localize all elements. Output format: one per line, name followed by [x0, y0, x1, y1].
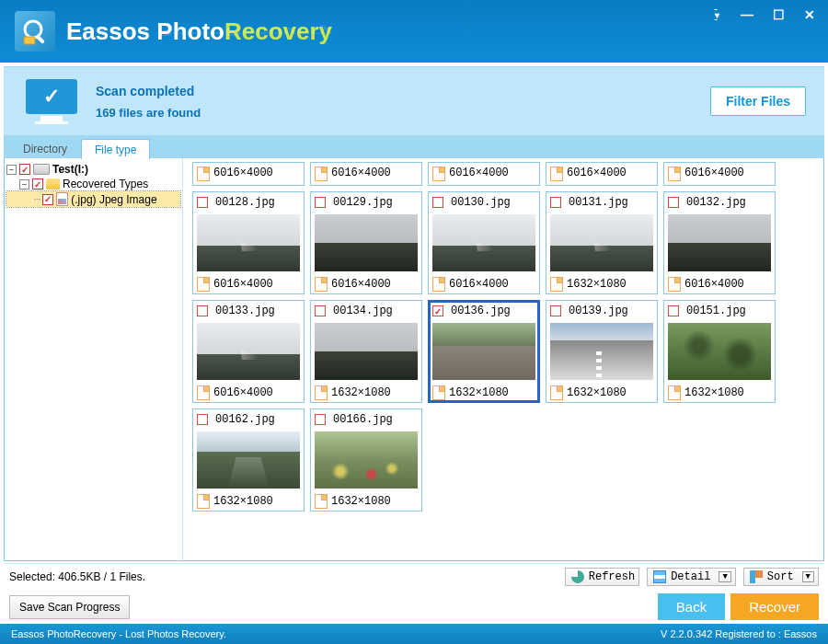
- thumbnail-checkbox[interactable]: [315, 197, 326, 208]
- maximize-icon[interactable]: ☐: [771, 7, 786, 22]
- thumbnail-card[interactable]: 00129.jpg6016×4000: [310, 191, 422, 294]
- thumbnail-dimensions: 1632×1080: [449, 386, 509, 399]
- recover-button[interactable]: Recover: [730, 593, 819, 620]
- window-controls: ▾ — ☐ ✕: [708, 7, 817, 22]
- footer-bar: Eassos PhotoRecovery - Lost Photos Recov…: [0, 624, 828, 644]
- thumbnail-checkbox[interactable]: [668, 305, 679, 316]
- file-icon: [550, 385, 563, 400]
- thumbnails-scroll[interactable]: 6016×40006016×40006016×40006016×40006016…: [183, 158, 823, 560]
- thumbnail-filename: 00139.jpg: [569, 305, 628, 317]
- thumbnail-checkbox[interactable]: [550, 197, 561, 208]
- thumbnail-card[interactable]: 00128.jpg6016×4000: [192, 191, 305, 294]
- thumbnail-checkbox[interactable]: [315, 305, 326, 316]
- filter-files-button[interactable]: Filter Files: [710, 86, 806, 116]
- footer-right: V 2.2.0.342 Registered to : Eassos: [661, 628, 817, 639]
- tree-node-folder[interactable]: − Recovered Types: [6, 177, 180, 191]
- sort-dropdown[interactable]: Sort ▼: [743, 568, 819, 586]
- status-subtitle: 169 files are found: [96, 106, 710, 120]
- thumbnail-card-partial[interactable]: 6016×4000: [546, 162, 658, 186]
- thumbnail-dimensions: 1632×1080: [567, 278, 627, 291]
- thumbnail-dimensions: 6016×4000: [684, 167, 744, 179]
- monitor-check-icon: ✓: [26, 79, 77, 123]
- thumbnail-checkbox[interactable]: [668, 197, 679, 208]
- file-icon: [315, 385, 328, 400]
- close-icon[interactable]: ✕: [802, 7, 817, 22]
- thumbnail-card[interactable]: 00134.jpg1632×1080: [310, 300, 422, 403]
- svg-rect-2: [24, 37, 35, 44]
- thumbnail-preview: [197, 431, 300, 489]
- thumbnail-card[interactable]: 00132.jpg6016×4000: [663, 191, 776, 294]
- thumbnail-dimensions: 6016×4000: [213, 386, 273, 399]
- thumbnail-filename: 00162.jpg: [215, 413, 275, 426]
- minimize-icon[interactable]: —: [740, 7, 754, 22]
- tree-sidebar: − Test(I:) − Recovered Types ┄ (.jpg) Jp…: [5, 158, 183, 560]
- tab-file-type[interactable]: File type: [81, 139, 150, 159]
- folder-icon: [46, 178, 60, 190]
- thumbnail-checkbox[interactable]: [197, 414, 208, 425]
- tree-collapse-icon[interactable]: −: [19, 179, 29, 190]
- file-icon: [197, 167, 210, 181]
- thumbnail-card-partial[interactable]: 6016×4000: [428, 162, 540, 186]
- thumbnail-grid: 00128.jpg6016×400000129.jpg6016×40000013…: [192, 191, 820, 512]
- thumbnail-card[interactable]: 00139.jpg1632×1080: [546, 300, 658, 403]
- thumbnail-checkbox[interactable]: [432, 305, 443, 316]
- file-icon: [432, 277, 445, 292]
- file-icon: [197, 385, 210, 400]
- thumbnail-checkbox[interactable]: [550, 305, 561, 316]
- thumbnail-filename: 00130.jpg: [451, 196, 511, 209]
- tree-node-drive[interactable]: − Test(I:): [6, 162, 180, 177]
- thumbnail-filename: 00151.jpg: [686, 305, 746, 317]
- file-icon: [668, 167, 681, 181]
- tree-checkbox[interactable]: [42, 194, 53, 205]
- file-icon: [550, 277, 563, 292]
- thumbnail-preview: [197, 323, 300, 380]
- thumbnail-dimensions: 6016×4000: [213, 278, 273, 291]
- tree-node-filetype[interactable]: ┄ (.jpg) Jpeg Image: [6, 191, 180, 207]
- thumbnail-checkbox[interactable]: [315, 414, 326, 425]
- thumbnail-filename: 00134.jpg: [333, 305, 393, 317]
- thumbnail-card[interactable]: 00131.jpg1632×1080: [546, 191, 658, 294]
- status-panel: ✓ Scan completed 169 files are found Fil…: [4, 66, 824, 136]
- thumbnail-dimensions: 1632×1080: [567, 386, 627, 399]
- thumbnail-checkbox[interactable]: [432, 197, 443, 208]
- tree-label: Test(I:): [52, 163, 88, 176]
- tab-directory[interactable]: Directory: [9, 138, 81, 158]
- thumbnail-card[interactable]: 00166.jpg1632×1080: [310, 408, 422, 512]
- thumbnail-row-partial: 6016×40006016×40006016×40006016×40006016…: [192, 162, 820, 186]
- tree-checkbox[interactable]: [19, 164, 30, 175]
- thumbnail-preview: [668, 323, 771, 380]
- detail-icon: [653, 570, 666, 583]
- back-button[interactable]: Back: [658, 593, 725, 620]
- tree-branch-icon: ┄: [34, 193, 40, 206]
- file-icon: [315, 277, 328, 292]
- thumbnail-card-partial[interactable]: 6016×4000: [310, 162, 422, 186]
- thumbnail-checkbox[interactable]: [197, 305, 208, 316]
- thumbnail-dimensions: 1632×1080: [331, 386, 391, 399]
- thumbnail-card[interactable]: 00151.jpg1632×1080: [663, 300, 776, 403]
- thumbnail-preview: [550, 323, 653, 380]
- refresh-icon: [571, 570, 584, 583]
- thumbnail-card-partial[interactable]: 6016×4000: [663, 162, 776, 186]
- window-menu-icon[interactable]: ▾: [708, 7, 723, 22]
- file-icon: [432, 167, 445, 181]
- thumbnail-card-partial[interactable]: 6016×4000: [192, 162, 305, 186]
- refresh-button[interactable]: Refresh: [565, 568, 639, 586]
- thumbnail-card[interactable]: 00136.jpg1632×1080: [428, 300, 540, 403]
- jpeg-icon: [56, 192, 68, 206]
- thumbnail-checkbox[interactable]: [197, 197, 208, 208]
- thumbnail-dimensions: 1632×1080: [684, 386, 744, 399]
- thumbnail-dimensions: 6016×4000: [567, 167, 627, 179]
- thumbnail-card[interactable]: 00162.jpg1632×1080: [192, 408, 305, 512]
- thumbnail-filename: 00128.jpg: [215, 196, 275, 209]
- thumbnail-card[interactable]: 00130.jpg6016×4000: [428, 191, 540, 294]
- save-scan-progress-button[interactable]: Save Scan Progress: [9, 595, 130, 619]
- file-icon: [197, 494, 210, 509]
- thumbnails-panel: 6016×40006016×40006016×40006016×40006016…: [183, 158, 823, 560]
- thumbnail-card[interactable]: 00133.jpg6016×4000: [192, 300, 305, 403]
- tree-collapse-icon[interactable]: −: [6, 165, 17, 175]
- tree-checkbox[interactable]: [32, 178, 43, 190]
- thumbnail-dimensions: 6016×4000: [449, 278, 509, 291]
- app-logo-icon: [15, 11, 55, 52]
- file-icon: [668, 385, 681, 400]
- detail-dropdown[interactable]: Detail ▼: [647, 568, 736, 586]
